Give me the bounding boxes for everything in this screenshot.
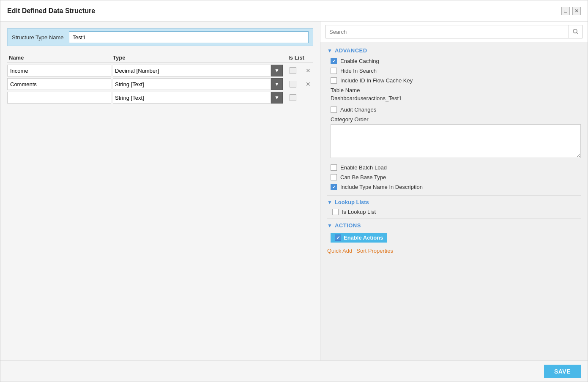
svg-line-1 xyxy=(577,33,578,34)
quick-links: Quick Add Sort Properties xyxy=(327,248,581,254)
dialog-titlebar: Edit Defined Data Structure □ ✕ xyxy=(0,0,588,22)
search-icon xyxy=(572,28,579,35)
advanced-section-header[interactable]: ▼ ADVANCED xyxy=(327,47,581,54)
include-id-label: Include ID In Flow Cache Key xyxy=(340,77,413,84)
dialog-title: Edit Defined Data Structure xyxy=(7,7,95,15)
row-type-wrapper: String [Text] Decimal [Number] ▼ xyxy=(113,78,283,90)
minimize-button[interactable]: □ xyxy=(561,7,570,15)
audit-changes-label: Audit Changes xyxy=(340,106,376,113)
divider-1 xyxy=(327,195,581,196)
row-islist-checkbox[interactable] xyxy=(290,67,296,74)
row-type-select[interactable]: String [Text] Decimal [Number] xyxy=(113,78,271,90)
save-button[interactable]: SAVE xyxy=(544,365,581,378)
table-row: String [Text] Decimal [Number] ▼ ✕ xyxy=(7,78,313,90)
can-be-base-type-row: Can Be Base Type xyxy=(331,174,581,180)
enable-actions-label: Enable Actions xyxy=(344,235,383,241)
row-type-select[interactable]: Decimal [Number] String [Text] xyxy=(113,65,271,76)
table-header: Name Type Is List xyxy=(7,53,313,63)
enable-actions-highlight[interactable]: Enable Actions xyxy=(331,233,387,243)
structure-type-input[interactable] xyxy=(69,31,309,43)
row-islist-checkbox[interactable] xyxy=(290,81,296,87)
enable-batch-load-checkbox[interactable] xyxy=(331,164,337,171)
structure-type-label: Structure Type Name xyxy=(12,34,64,41)
is-lookup-list-label: Is Lookup List xyxy=(342,209,376,215)
audit-changes-row: Audit Changes xyxy=(331,106,581,113)
enable-caching-label: Enable Caching xyxy=(340,58,379,64)
lookup-chevron-icon: ▼ xyxy=(327,199,332,205)
lookup-lists-body: Is Lookup List xyxy=(332,209,581,215)
advanced-section-title: ADVANCED xyxy=(335,47,367,54)
table-rows: Decimal [Number] String [Text] ▼ ✕ xyxy=(7,65,313,104)
actions-section-title: ACTIONS xyxy=(335,222,361,229)
hide-in-search-label: Hide In Search xyxy=(340,68,377,74)
col-name-header: Name xyxy=(7,55,113,61)
search-icon-btn[interactable] xyxy=(569,25,583,38)
row-type-wrapper: String [Text] Decimal [Number] ▼ xyxy=(113,92,283,104)
quick-add-link[interactable]: Quick Add xyxy=(327,248,352,254)
col-type-header: Type xyxy=(113,55,279,61)
include-type-name-checkbox[interactable] xyxy=(331,184,337,190)
lookup-lists-title: Lookup Lists xyxy=(335,199,369,205)
titlebar-controls: □ ✕ xyxy=(561,7,581,15)
svg-point-0 xyxy=(573,29,577,33)
table-row: String [Text] Decimal [Number] ▼ ✕ xyxy=(7,92,313,104)
row-name-input[interactable] xyxy=(7,92,111,104)
right-content: ▼ ADVANCED Enable Caching Hide In Search xyxy=(320,42,588,360)
audit-changes-checkbox[interactable] xyxy=(331,106,337,113)
dialog-body: Structure Type Name Name Type Is List De… xyxy=(0,22,588,360)
table-name-label: Table Name xyxy=(331,87,581,93)
row-islist-cell xyxy=(284,81,301,87)
row-delete-btn[interactable]: ✕ xyxy=(303,79,313,89)
enable-batch-load-row: Enable Batch Load xyxy=(331,164,581,171)
search-bar xyxy=(320,22,588,42)
is-lookup-list-row: Is Lookup List xyxy=(332,209,581,215)
include-id-checkbox[interactable] xyxy=(331,77,337,84)
hide-in-search-checkbox[interactable] xyxy=(331,68,337,74)
row-type-dropdown-btn[interactable]: ▼ xyxy=(271,78,283,90)
advanced-chevron-icon: ▼ xyxy=(327,48,332,54)
edit-dialog: Edit Defined Data Structure □ ✕ Structur… xyxy=(0,0,588,382)
search-input[interactable] xyxy=(325,25,569,38)
include-type-name-row: Include Type Name In Description xyxy=(331,184,581,190)
row-type-select[interactable]: String [Text] Decimal [Number] xyxy=(113,92,271,104)
col-islist-header: Is List xyxy=(279,55,313,61)
row-name-input[interactable] xyxy=(7,65,111,76)
actions-chevron-icon: ▼ xyxy=(327,223,332,229)
category-order-label: Category Order xyxy=(331,116,581,123)
table-name-value: Dashboarduseractions_Test1 xyxy=(331,95,581,101)
row-type-wrapper: Decimal [Number] String [Text] ▼ xyxy=(113,65,283,76)
lookup-lists-header[interactable]: ▼ Lookup Lists xyxy=(327,199,581,205)
enable-batch-load-label: Enable Batch Load xyxy=(340,164,387,171)
actions-section-header[interactable]: ▼ ACTIONS xyxy=(327,222,581,229)
left-panel: Structure Type Name Name Type Is List De… xyxy=(0,22,320,360)
row-type-dropdown-btn[interactable]: ▼ xyxy=(271,65,283,76)
row-islist-checkbox[interactable] xyxy=(290,94,296,101)
row-islist-cell xyxy=(284,67,301,74)
structure-type-row: Structure Type Name xyxy=(7,28,313,46)
dialog-footer: SAVE xyxy=(0,360,588,382)
divider-2 xyxy=(327,218,581,219)
hide-in-search-row: Hide In Search xyxy=(331,68,581,74)
close-button[interactable]: ✕ xyxy=(572,7,581,15)
enable-caching-row: Enable Caching xyxy=(331,58,581,64)
table-row: Decimal [Number] String [Text] ▼ ✕ xyxy=(7,65,313,76)
include-type-name-label: Include Type Name In Description xyxy=(340,184,423,190)
include-id-row: Include ID In Flow Cache Key xyxy=(331,77,581,84)
is-lookup-list-checkbox[interactable] xyxy=(332,209,339,215)
can-be-base-type-label: Can Be Base Type xyxy=(340,174,386,180)
right-panel: ▼ ADVANCED Enable Caching Hide In Search xyxy=(320,22,588,360)
enable-actions-checkbox[interactable] xyxy=(335,235,341,241)
sort-properties-link[interactable]: Sort Properties xyxy=(356,248,393,254)
row-delete-btn[interactable]: ✕ xyxy=(303,65,313,76)
can-be-base-type-checkbox[interactable] xyxy=(331,174,337,180)
advanced-section-body: Enable Caching Hide In Search Include ID… xyxy=(331,58,581,190)
row-name-input[interactable] xyxy=(7,78,111,90)
row-islist-cell xyxy=(284,94,301,101)
category-order-textarea[interactable] xyxy=(331,124,581,158)
actions-section-body: Enable Actions xyxy=(331,233,581,243)
row-type-dropdown-btn[interactable]: ▼ xyxy=(271,92,283,104)
enable-caching-checkbox[interactable] xyxy=(331,58,337,64)
